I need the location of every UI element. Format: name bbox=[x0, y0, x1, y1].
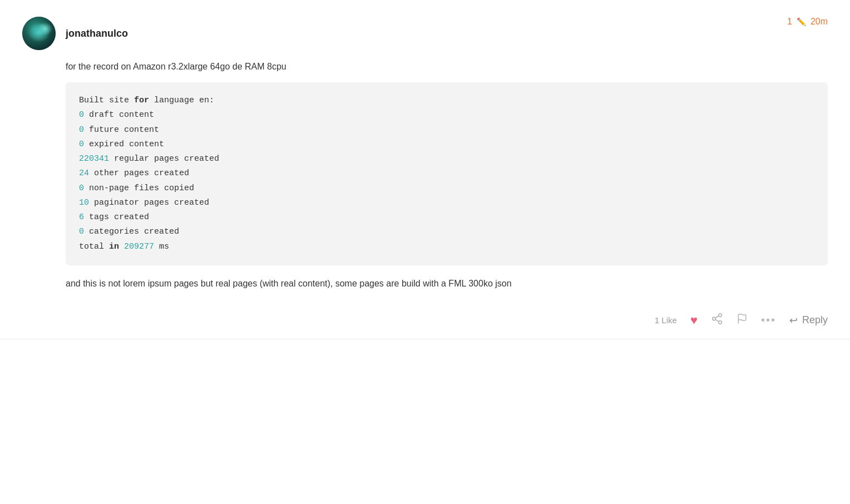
code-line-11: total in 209277 ms bbox=[79, 240, 814, 254]
post-meta: 1 ✏️ 20m bbox=[787, 17, 828, 27]
flag-icon[interactable] bbox=[737, 313, 748, 327]
post-header-left: jonathanulco bbox=[22, 17, 128, 50]
intro-text: for the record on Amazon r3.2xlarge 64go… bbox=[66, 60, 828, 73]
num-0-expired: 0 bbox=[79, 140, 84, 149]
num-0-categories: 0 bbox=[79, 227, 84, 236]
code-line-9: 6 tags created bbox=[79, 210, 814, 225]
num-220341: 220341 bbox=[79, 154, 109, 164]
reply-button[interactable]: ↩ Reply bbox=[789, 314, 828, 327]
post-header: jonathanulco 1 ✏️ 20m bbox=[22, 17, 828, 50]
post-time: 20m bbox=[811, 17, 828, 27]
code-line-2: 0 draft content bbox=[79, 108, 814, 122]
footer-text: and this is not lorem ipsum pages but re… bbox=[66, 276, 828, 291]
code-block: Built site for language en: 0 draft cont… bbox=[66, 82, 828, 265]
svg-line-3 bbox=[715, 320, 719, 322]
reply-label: Reply bbox=[802, 314, 828, 326]
post-container: jonathanulco 1 ✏️ 20m for the record on … bbox=[0, 0, 850, 339]
num-6: 6 bbox=[79, 213, 84, 222]
like-count-area: 1 Like bbox=[655, 315, 677, 325]
code-line-1: Built site for language en: bbox=[79, 93, 814, 108]
keyword-in: in bbox=[109, 242, 119, 251]
post-body: for the record on Amazon r3.2xlarge 64go… bbox=[66, 60, 828, 328]
num-10: 10 bbox=[79, 198, 89, 207]
post-actions: 1 Like ♥ ••• ↩ Re bbox=[66, 307, 828, 328]
code-line-7: 0 non-page files copied bbox=[79, 181, 814, 196]
code-line-4: 0 expired content bbox=[79, 137, 814, 152]
edit-count: 1 bbox=[787, 17, 792, 27]
heart-icon[interactable]: ♥ bbox=[690, 313, 698, 328]
code-line-10: 0 categories created bbox=[79, 225, 814, 239]
like-count: 1 Like bbox=[655, 315, 677, 325]
num-0-future: 0 bbox=[79, 125, 84, 135]
svg-line-4 bbox=[715, 316, 719, 318]
share-icon[interactable] bbox=[711, 313, 723, 328]
code-line-3: 0 future content bbox=[79, 123, 814, 137]
more-options-icon[interactable]: ••• bbox=[761, 314, 776, 327]
edit-pencil-icon: ✏️ bbox=[797, 17, 806, 26]
num-24: 24 bbox=[79, 169, 89, 178]
code-line-8: 10 paginator pages created bbox=[79, 196, 814, 210]
code-line-6: 24 other pages created bbox=[79, 166, 814, 181]
code-line-5: 220341 regular pages created bbox=[79, 152, 814, 166]
username: jonathanulco bbox=[66, 28, 128, 39]
num-0-nonpage: 0 bbox=[79, 184, 84, 193]
avatar bbox=[22, 17, 56, 50]
reply-arrow-icon: ↩ bbox=[789, 314, 798, 327]
num-0-draft: 0 bbox=[79, 110, 84, 120]
num-209277: 209277 bbox=[124, 242, 154, 251]
keyword-for: for bbox=[134, 96, 149, 105]
